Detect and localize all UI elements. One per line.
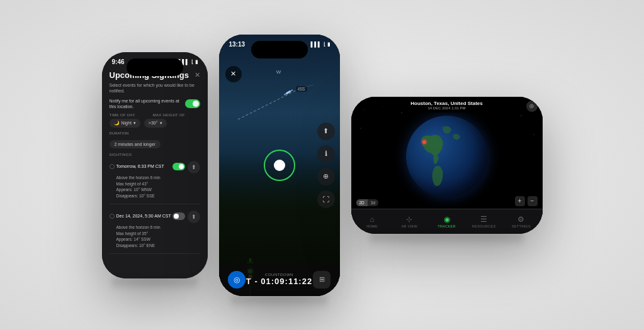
ar-info-button[interactable]: ℹ: [317, 145, 335, 163]
share-button-1[interactable]: ⬆: [188, 161, 200, 173]
sighting-2-details: Above the horizon 6 min Max height of 35…: [110, 224, 200, 249]
height-label: MAX HEIGHT OF: [153, 113, 185, 117]
sightings-description: Select events for which you would like t…: [110, 82, 200, 94]
ar-target: [274, 160, 285, 171]
nav-item-settings[interactable]: ⚙ SETTINGS: [502, 215, 539, 228]
wifi-icon: ⌊: [191, 59, 193, 65]
view-3d-button[interactable]: 3d: [368, 199, 378, 206]
zoom-in-button[interactable]: +: [515, 196, 525, 206]
zoom-controls: + −: [515, 196, 538, 206]
ar-expand-button[interactable]: ⛶: [317, 190, 335, 208]
zoom-out-button[interactable]: −: [528, 196, 538, 206]
sighting-item-1: Tomorrow, 6:33 PM CST ⬆ Above the horizo…: [110, 160, 200, 204]
sighting-1-details: Above the horizon 6 min Max height of 43…: [110, 175, 200, 199]
sighting-item-2: Dec 14, 2024, 5:30 AM CST ⬆ Above the ho…: [110, 209, 200, 254]
ar-zoom-button[interactable]: ⊕: [317, 168, 335, 185]
nav-item-ar[interactable]: ⊹ AR VIEW: [391, 215, 428, 228]
iss-dot: [422, 140, 426, 144]
nav-item-home[interactable]: ⌂ HOME: [354, 215, 391, 228]
circle-icon-1: [110, 164, 115, 169]
ar-close-button[interactable]: ✕: [225, 66, 242, 82]
svg-point-9: [521, 115, 521, 116]
dynamic-island-1: [127, 58, 183, 76]
svg-line-0: [238, 88, 301, 119]
nav-item-resources[interactable]: ☰ RESOURCES: [465, 215, 502, 228]
wifi-icon-2: ⌊: [324, 41, 325, 47]
duration-value[interactable]: 2 minutes and longer: [110, 140, 161, 148]
ar-compass-button[interactable]: ◎: [228, 271, 246, 289]
nav-ar-label: AR VIEW: [402, 224, 417, 228]
countdown-section: COUNTDOWN T - 01:09:11:22: [246, 273, 312, 286]
ar-bottom-bar: ◎ COUNTDOWN T - 01:09:11:22 ⊞: [219, 263, 340, 296]
battery-icon-2: ▮: [327, 41, 330, 47]
nav-resources-label: RESOURCES: [472, 224, 496, 228]
ar-view-icon: ⊹: [406, 215, 412, 224]
view-2d-button[interactable]: 2D: [356, 199, 368, 206]
sightings-section-label: SIGHTINGS: [110, 153, 200, 157]
sighting-1-date: Tomorrow, 6:33 PM CST: [110, 164, 164, 169]
sighting-2-date: Dec 14, 2024, 5:30 AM CST: [110, 214, 171, 219]
battery-icon: ▮: [195, 59, 198, 65]
status-bar-2: 13:13 ▌▌▌ ⌊ ▮: [219, 41, 340, 48]
status-time-1: 9:46: [112, 58, 125, 65]
signal-icon-2: ▌▌▌: [310, 41, 321, 47]
notify-toggle[interactable]: [185, 99, 200, 108]
bottom-navigation: ⌂ HOME ⊹ AR VIEW ◉ TRACKER ☰ RESOURCES: [351, 209, 543, 234]
countdown-time: T - 01:09:11:22: [246, 277, 312, 286]
height-filter[interactable]: >30° ▾: [144, 119, 167, 128]
time-label: TIME OF DAY: [110, 113, 135, 117]
status-time-2: 13:13: [229, 41, 246, 48]
nav-home-label: HOME: [366, 224, 378, 228]
duration-label: DURATION: [110, 131, 200, 135]
settings-icon: ⚙: [517, 215, 524, 224]
nav-item-tracker[interactable]: ◉ TRACKER: [428, 215, 465, 228]
compass-west: W: [276, 69, 283, 75]
app-scene: 9:46 ▌▌▌ ⌊ ▮ Upcoming Sightings ✕ Select…: [0, 0, 644, 330]
nav-settings-label: SETTINGS: [512, 224, 531, 228]
close-button[interactable]: ✕: [195, 71, 200, 79]
home-icon: ⌂: [370, 215, 374, 224]
tracker-location-button[interactable]: ◎: [526, 101, 538, 112]
ar-right-controls: ⬆ ℹ ⊕ ⛶: [317, 123, 335, 208]
resources-icon: ☰: [480, 215, 487, 224]
time-filter[interactable]: 🌙 Night ▾: [110, 119, 140, 128]
tracker-icon: ◉: [444, 215, 450, 224]
orbit-line: [406, 116, 488, 197]
notify-text: Notify me for all upcoming events at thi…: [110, 98, 185, 109]
svg-point-10: [533, 134, 534, 135]
phone-sightings: 9:46 ▌▌▌ ⌊ ▮ Upcoming Sightings ✕ Select…: [102, 52, 208, 278]
ar-camera-button[interactable]: ⊞: [313, 271, 330, 289]
sighting-2-toggle[interactable]: [172, 212, 185, 220]
sighting-1-toggle[interactable]: [172, 163, 185, 170]
globe-sphere: [406, 116, 488, 197]
ar-crosshair: [264, 150, 295, 181]
view-toggle: 2D 3d: [356, 199, 379, 206]
circle-icon-2: [110, 214, 115, 219]
share-button-2[interactable]: ⬆: [188, 211, 200, 223]
ar-share-button[interactable]: ⬆: [317, 123, 335, 140]
svg-rect-2: [285, 90, 290, 94]
tracker-top-buttons: ⊕ ◎: [351, 101, 543, 112]
phone-ar: 13:13 ▌▌▌ ⌊ ▮ W: [219, 35, 340, 296]
phone-tracker: Houston, Texas, United States 14 DEC 202…: [351, 97, 543, 234]
nav-tracker-label: TRACKER: [438, 224, 455, 228]
globe: [406, 116, 488, 197]
satellite-marker: ISS: [296, 86, 307, 92]
status-icons-2: ▌▌▌ ⌊ ▮: [310, 41, 329, 48]
svg-point-8: [360, 128, 361, 128]
